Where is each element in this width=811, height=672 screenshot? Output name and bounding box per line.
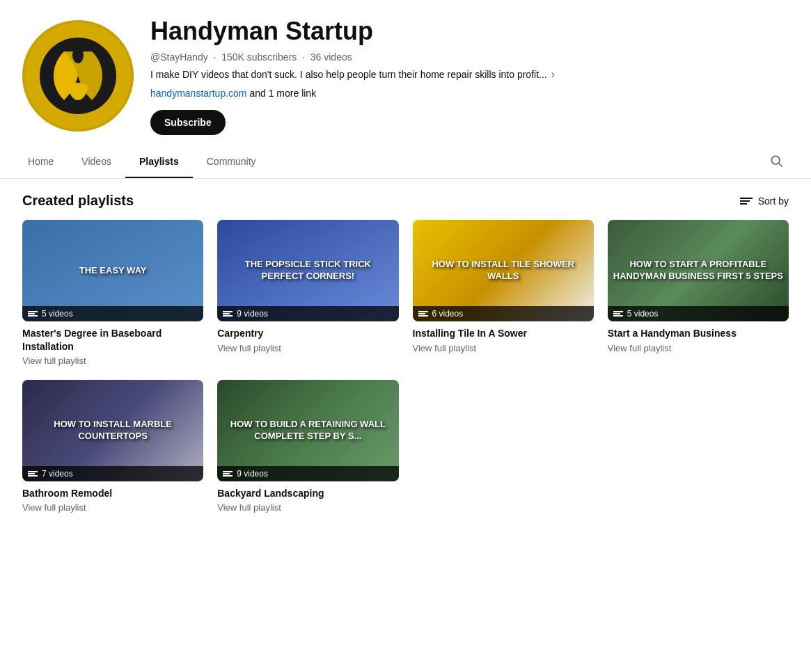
playlists-row-2: HOW TO INSTALL MARBLE COUNTERTOPS 7 vide… (22, 380, 789, 513)
channel-website-link[interactable]: handymanstartup.com (150, 88, 247, 99)
channel-nav: Home Videos Playlists Community (0, 146, 811, 179)
video-count-badge-backyard: 9 videos (217, 466, 398, 481)
playlist-card-carpentry[interactable]: THE POPSICLE STICK TRICK Perfect corners… (217, 220, 398, 366)
section-header: Created playlists Sort by (22, 193, 789, 209)
svg-point-4 (771, 156, 780, 164)
video-count-badge-tile: 6 videos (413, 306, 594, 321)
playlist-title-bathroom: Bathroom Remodel (22, 487, 203, 499)
playlist-thumbnail-tile: HOW TO INSTALL TILE Shower Walls 6 video… (413, 220, 594, 321)
tab-videos[interactable]: Videos (68, 146, 125, 178)
main-content: Created playlists Sort by THE EASY WAY 5… (0, 179, 811, 527)
sort-icon (740, 198, 753, 205)
view-playlist-link-backyard[interactable]: View full playlist (217, 502, 398, 513)
playlist-thumbnail-carpentry: THE POPSICLE STICK TRICK Perfect corners… (217, 220, 398, 321)
video-count-badge-baseboard: 5 videos (22, 306, 203, 321)
svg-line-5 (779, 163, 782, 166)
channel-more-links: and 1 more link (249, 88, 316, 99)
playlist-title-baseboard: Master's Degree in Baseboard Installatio… (22, 327, 203, 352)
playlist-icon (223, 471, 233, 477)
description-expand-icon[interactable]: › (551, 68, 555, 81)
playlist-icon (418, 311, 428, 317)
playlist-card-baseboard[interactable]: THE EASY WAY 5 videos Master's Degree in… (22, 220, 203, 366)
video-count-badge-carpentry: 9 videos (217, 306, 398, 321)
view-playlist-link-carpentry[interactable]: View full playlist (217, 343, 398, 353)
tab-playlists[interactable]: Playlists (125, 146, 193, 178)
view-playlist-link-baseboard[interactable]: View full playlist (22, 355, 203, 366)
subscribe-button[interactable]: Subscribe (150, 110, 226, 135)
tab-home[interactable]: Home (22, 146, 68, 178)
playlist-icon (613, 311, 623, 317)
search-icon[interactable] (764, 148, 789, 177)
view-playlist-link-bathroom[interactable]: View full playlist (22, 502, 203, 513)
channel-meta: @StayHandy · 150K subscribers · 36 video… (150, 51, 789, 63)
svg-point-3 (72, 47, 84, 63)
playlist-thumbnail-bathroom: HOW TO INSTALL MARBLE COUNTERTOPS 7 vide… (22, 380, 203, 481)
playlist-thumbnail-handyman: How to Start a Profitable Handyman Busin… (608, 220, 789, 321)
video-count: 36 videos (310, 51, 352, 63)
channel-avatar[interactable] (22, 20, 134, 131)
playlist-title-tile: Installing Tile In A Sower (413, 327, 594, 339)
playlist-card-backyard[interactable]: How to Build a RETAINING WALL Complete S… (217, 380, 398, 513)
sort-button[interactable]: Sort by (740, 195, 789, 207)
channel-name: Handyman Startup (150, 17, 789, 46)
playlist-title-backyard: Backyard Landscaping (217, 487, 398, 499)
playlist-thumbnail-backyard: How to Build a RETAINING WALL Complete S… (217, 380, 398, 481)
view-playlist-link-handyman[interactable]: View full playlist (608, 343, 789, 353)
channel-info: Handyman Startup @StayHandy · 150K subsc… (150, 17, 789, 135)
playlist-card-bathroom[interactable]: HOW TO INSTALL MARBLE COUNTERTOPS 7 vide… (22, 380, 203, 513)
description-text: I make DIY videos that don't suck. I als… (150, 69, 547, 80)
channel-handle: @StayHandy (150, 51, 208, 63)
playlist-icon (28, 311, 38, 317)
subscriber-count: 150K subscribers (221, 51, 297, 63)
playlist-thumbnail-baseboard: THE EASY WAY 5 videos (22, 220, 203, 321)
video-count-badge-handyman: 5 videos (608, 306, 789, 321)
tab-community[interactable]: Community (193, 146, 270, 178)
channel-header: Handyman Startup @StayHandy · 150K subsc… (0, 0, 811, 146)
playlist-title-handyman: Start a Handyman Business (608, 327, 789, 339)
playlist-icon (223, 311, 233, 317)
playlist-card-handyman[interactable]: How to Start a Profitable Handyman Busin… (608, 220, 789, 366)
channel-links: handymanstartup.com and 1 more link (150, 88, 789, 99)
sort-label: Sort by (758, 195, 789, 207)
playlist-title-carpentry: Carpentry (217, 327, 398, 339)
playlists-row-1: THE EASY WAY 5 videos Master's Degree in… (22, 220, 789, 366)
playlist-card-tile[interactable]: HOW TO INSTALL TILE Shower Walls 6 video… (413, 220, 594, 366)
view-playlist-link-tile[interactable]: View full playlist (413, 343, 594, 353)
video-count-badge-bathroom: 7 videos (22, 466, 203, 481)
section-title: Created playlists (22, 193, 134, 209)
playlist-icon (28, 471, 38, 477)
channel-description[interactable]: I make DIY videos that don't suck. I als… (150, 68, 789, 81)
